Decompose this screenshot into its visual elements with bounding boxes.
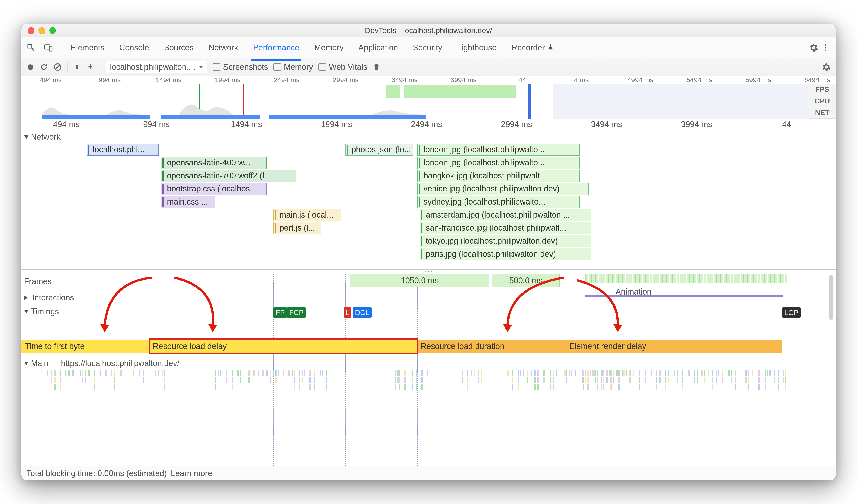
task-sliver[interactable] xyxy=(218,370,219,376)
task-sliver[interactable] xyxy=(704,377,705,383)
task-sliver[interactable] xyxy=(88,370,90,376)
task-sliver[interactable] xyxy=(398,377,399,383)
inspect-icon[interactable] xyxy=(27,43,36,52)
task-sliver[interactable] xyxy=(553,377,554,383)
task-sliver[interactable] xyxy=(139,370,140,376)
task-sliver[interactable] xyxy=(629,377,631,383)
task-sliver[interactable] xyxy=(111,370,112,376)
task-sliver[interactable] xyxy=(72,370,74,376)
task-sliver[interactable] xyxy=(597,377,599,383)
network-json-bar[interactable]: photos.json (lo... xyxy=(346,144,413,156)
task-sliver[interactable] xyxy=(602,370,603,376)
task-sliver[interactable] xyxy=(590,370,591,376)
task-sliver[interactable] xyxy=(778,384,779,390)
network-font-bar[interactable]: opensans-latin-400.w... xyxy=(161,156,267,169)
memory-checkbox[interactable]: Memory xyxy=(273,62,313,72)
task-sliver[interactable] xyxy=(400,370,400,376)
task-sliver[interactable] xyxy=(317,377,317,383)
task-sliver[interactable] xyxy=(550,370,551,376)
task-sliver[interactable] xyxy=(215,370,216,376)
task-sliver[interactable] xyxy=(629,370,631,376)
record-button[interactable] xyxy=(26,63,34,71)
task-sliver[interactable] xyxy=(565,370,566,376)
webvitals-checkbox[interactable]: Web Vitals xyxy=(318,62,367,72)
task-sliver[interactable] xyxy=(232,377,233,383)
task-sliver[interactable] xyxy=(226,377,227,383)
task-sliver[interactable] xyxy=(582,377,583,383)
task-sliver[interactable] xyxy=(412,370,413,376)
task-sliver[interactable] xyxy=(412,384,413,390)
task-sliver[interactable] xyxy=(574,370,575,376)
task-sliver[interactable] xyxy=(147,370,147,376)
task-sliver[interactable] xyxy=(299,370,300,376)
network-font-bar[interactable]: opensans-latin-700.woff2 (l... xyxy=(161,170,296,182)
task-sliver[interactable] xyxy=(248,377,250,383)
task-sliver[interactable] xyxy=(601,370,602,376)
task-sliver[interactable] xyxy=(518,377,519,383)
task-sliver[interactable] xyxy=(398,370,399,376)
task-sliver[interactable] xyxy=(114,377,115,383)
task-sliver[interactable] xyxy=(702,370,703,376)
task-sliver[interactable] xyxy=(682,384,684,390)
task-sliver[interactable] xyxy=(267,370,268,376)
task-sliver[interactable] xyxy=(54,370,56,376)
task-sliver[interactable] xyxy=(656,370,657,376)
task-sliver[interactable] xyxy=(668,370,669,376)
task-sliver[interactable] xyxy=(220,370,221,376)
task-sliver[interactable] xyxy=(617,370,618,376)
task-sliver[interactable] xyxy=(566,370,567,376)
task-sliver[interactable] xyxy=(774,370,775,376)
task-sliver[interactable] xyxy=(722,377,723,383)
task-sliver[interactable] xyxy=(237,370,239,376)
frames-label[interactable]: Frames xyxy=(24,277,52,286)
task-sliver[interactable] xyxy=(41,377,42,383)
task-sliver[interactable] xyxy=(63,377,63,383)
clear-button[interactable] xyxy=(53,63,62,71)
timing-element-render-delay[interactable]: Element render delay xyxy=(566,340,782,353)
task-sliver[interactable] xyxy=(314,377,315,383)
task-sliver[interactable] xyxy=(740,377,740,383)
task-sliver[interactable] xyxy=(668,377,669,383)
task-sliver[interactable] xyxy=(54,377,56,383)
task-sliver[interactable] xyxy=(164,377,165,383)
task-sliver[interactable] xyxy=(622,370,623,376)
task-sliver[interactable] xyxy=(778,377,779,383)
task-sliver[interactable] xyxy=(578,377,579,383)
task-sliver[interactable] xyxy=(613,370,614,376)
task-sliver[interactable] xyxy=(736,370,736,376)
task-sliver[interactable] xyxy=(569,370,570,376)
task-sliver[interactable] xyxy=(783,377,784,383)
task-sliver[interactable] xyxy=(597,370,599,376)
task-sliver[interactable] xyxy=(518,384,519,390)
task-sliver[interactable] xyxy=(785,384,786,390)
task-sliver[interactable] xyxy=(309,377,310,383)
task-sliver[interactable] xyxy=(531,370,532,376)
task-sliver[interactable] xyxy=(575,370,576,376)
task-sliver[interactable] xyxy=(520,370,521,376)
device-toggle-icon[interactable] xyxy=(44,43,53,52)
task-sliver[interactable] xyxy=(412,377,413,383)
dcl-badge[interactable]: DCL xyxy=(353,307,372,318)
task-sliver[interactable] xyxy=(258,370,258,376)
task-sliver[interactable] xyxy=(606,377,608,383)
network-img-bar[interactable]: sydney.jpg (localhost.philipwalto... xyxy=(418,196,579,208)
task-sliver[interactable] xyxy=(535,384,536,390)
task-sliver[interactable] xyxy=(127,370,128,376)
timings-track-label[interactable]: Timings xyxy=(24,307,59,316)
task-sliver[interactable] xyxy=(633,370,634,376)
task-sliver[interactable] xyxy=(785,370,786,376)
task-sliver[interactable] xyxy=(677,377,678,383)
task-sliver[interactable] xyxy=(543,370,544,376)
task-sliver[interactable] xyxy=(578,370,579,376)
task-sliver[interactable] xyxy=(682,377,684,383)
task-sliver[interactable] xyxy=(467,377,468,383)
tab-recorder[interactable]: Recorder xyxy=(511,41,555,54)
network-img-bar[interactable]: london.jpg (localhost.philipwalto... xyxy=(418,144,579,156)
tab-performance[interactable]: Performance xyxy=(252,41,300,54)
task-sliver[interactable] xyxy=(747,384,749,390)
task-sliver[interactable] xyxy=(619,370,620,376)
task-sliver[interactable] xyxy=(736,384,736,390)
task-sliver[interactable] xyxy=(550,384,551,390)
task-sliver[interactable] xyxy=(645,370,646,376)
download-trace-button[interactable] xyxy=(86,63,95,71)
